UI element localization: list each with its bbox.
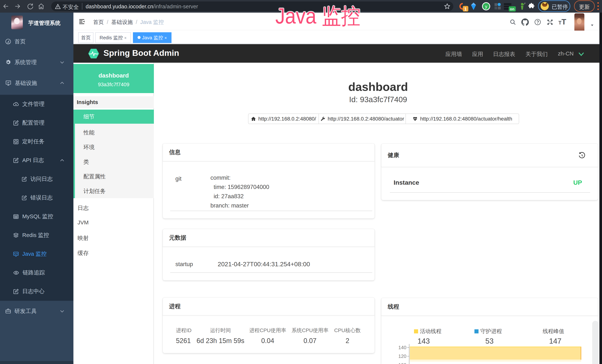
svg-text:y: y [485,4,487,9]
